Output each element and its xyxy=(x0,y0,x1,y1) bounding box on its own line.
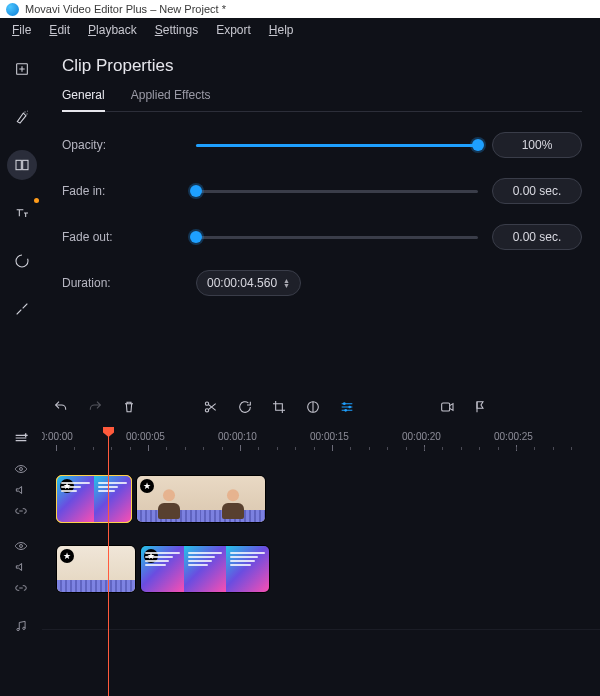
menu-settings[interactable]: Settings xyxy=(147,21,206,39)
clip-title-1[interactable]: ★ xyxy=(56,475,132,523)
svg-rect-1 xyxy=(16,160,21,169)
time-ruler[interactable]: 00:00:00 00:00:05 00:00:10 00:00:15 00:0… xyxy=(42,431,600,461)
tool-titles-icon[interactable] xyxy=(7,198,37,228)
menu-playback[interactable]: Playback xyxy=(80,21,145,39)
ruler-label: 00:00:20 xyxy=(402,431,452,442)
notification-dot-icon xyxy=(34,198,39,203)
delete-button[interactable] xyxy=(116,394,142,420)
row-duration: Duration: 00:00:04.560 ▲▼ xyxy=(62,270,582,296)
timeline[interactable]: 00:00:00 00:00:05 00:00:10 00:00:15 00:0… xyxy=(42,427,600,696)
svg-point-7 xyxy=(348,406,351,409)
duration-label: Duration: xyxy=(62,276,182,290)
svg-point-11 xyxy=(20,544,23,547)
track-visibility-icon[interactable] xyxy=(14,462,28,479)
tool-transitions-icon[interactable] xyxy=(7,150,37,180)
duration-spinner-icon[interactable]: ▲▼ xyxy=(283,278,290,288)
tool-media-icon[interactable] xyxy=(7,54,37,84)
svg-point-10 xyxy=(20,467,23,470)
svg-point-12 xyxy=(17,628,19,630)
undo-button[interactable] xyxy=(48,394,74,420)
track-mute-icon[interactable] xyxy=(14,483,28,500)
fade-in-value: 0.00 sec. xyxy=(492,178,582,204)
music-track-icon xyxy=(14,619,28,636)
row-fade-out: Fade out: 0.00 sec. xyxy=(62,224,582,250)
track-overlay: ★ ★ xyxy=(42,475,600,531)
clip-video-1[interactable]: ★ xyxy=(136,475,266,523)
fade-in-slider[interactable] xyxy=(196,184,478,198)
track-1-controls xyxy=(14,463,28,519)
svg-point-8 xyxy=(344,409,347,412)
panel-title: Clip Properties xyxy=(62,56,582,76)
tool-filters-icon[interactable] xyxy=(7,102,37,132)
crop-button[interactable] xyxy=(266,394,292,420)
ruler-label: 00:00:10 xyxy=(218,431,268,442)
track-2-controls xyxy=(14,533,28,603)
tab-general[interactable]: General xyxy=(62,88,105,112)
track-link-icon[interactable] xyxy=(14,504,28,521)
track-mute-icon[interactable] xyxy=(14,560,28,577)
tab-applied-effects[interactable]: Applied Effects xyxy=(131,88,211,111)
tool-stickers-icon[interactable] xyxy=(7,246,37,276)
opacity-slider[interactable] xyxy=(196,138,478,152)
fade-out-slider[interactable] xyxy=(196,230,478,244)
opacity-value: 100% xyxy=(492,132,582,158)
tool-more-icon[interactable] xyxy=(7,294,37,324)
timeline-area: 00:00:00 00:00:05 00:00:10 00:00:15 00:0… xyxy=(0,427,600,696)
svg-point-13 xyxy=(23,627,25,629)
menu-edit[interactable]: Edit xyxy=(41,21,78,39)
track-visibility-icon[interactable] xyxy=(14,539,28,556)
record-button[interactable] xyxy=(434,394,460,420)
ruler-label: 00:00:00 xyxy=(42,431,84,442)
window-title: Movavi Video Editor Plus – New Project * xyxy=(25,3,226,15)
app-root: FFileile Edit Playback Settings Export H… xyxy=(0,18,600,696)
clip-properties-panel: Clip Properties General Applied Effects … xyxy=(44,42,600,387)
opacity-label: Opacity: xyxy=(62,138,182,152)
track-video: ★ ★ xyxy=(42,545,600,615)
upper-area: Clip Properties General Applied Effects … xyxy=(0,42,600,387)
fade-in-label: Fade in: xyxy=(62,184,182,198)
track-audio-controls xyxy=(14,617,28,637)
menubar: FFileile Edit Playback Settings Export H… xyxy=(0,18,600,42)
color-adjust-button[interactable] xyxy=(300,394,326,420)
split-button[interactable] xyxy=(198,394,224,420)
clip-properties-button[interactable] xyxy=(334,394,360,420)
redo-button[interactable] xyxy=(82,394,108,420)
svg-rect-9 xyxy=(442,403,450,411)
window-titlebar: Movavi Video Editor Plus – New Project * xyxy=(0,0,600,18)
app-logo-icon xyxy=(6,3,19,16)
rotate-button[interactable] xyxy=(232,394,258,420)
svg-rect-2 xyxy=(23,160,28,169)
playhead[interactable] xyxy=(108,427,109,696)
ruler-label: 00:00:15 xyxy=(310,431,360,442)
clip-title-2[interactable]: ★ xyxy=(140,545,270,593)
marker-button[interactable] xyxy=(468,394,494,420)
timeline-toolbar xyxy=(0,387,600,427)
add-track-button[interactable] xyxy=(0,427,42,449)
track-audio xyxy=(42,629,600,649)
menu-file[interactable]: FFileile xyxy=(4,21,39,39)
fade-out-label: Fade out: xyxy=(62,230,182,244)
star-icon: ★ xyxy=(140,479,154,493)
fade-out-value: 0.00 sec. xyxy=(492,224,582,250)
star-icon: ★ xyxy=(60,549,74,563)
panel-tabs: General Applied Effects xyxy=(62,88,582,112)
ruler-label: 00:00:05 xyxy=(126,431,176,442)
track-link-icon[interactable] xyxy=(14,581,28,598)
menu-export[interactable]: Export xyxy=(208,21,259,39)
svg-point-6 xyxy=(343,402,346,405)
row-opacity: Opacity: 100% xyxy=(62,132,582,158)
duration-value: 00:00:04.560 xyxy=(207,276,277,290)
clip-video-2[interactable]: ★ xyxy=(56,545,136,593)
row-fade-in: Fade in: 0.00 sec. xyxy=(62,178,582,204)
tracks-gutter xyxy=(0,427,42,696)
side-toolbar xyxy=(0,42,44,387)
ruler-label: 00:00:25 xyxy=(494,431,544,442)
menu-help[interactable]: Help xyxy=(261,21,302,39)
duration-field[interactable]: 00:00:04.560 ▲▼ xyxy=(196,270,301,296)
